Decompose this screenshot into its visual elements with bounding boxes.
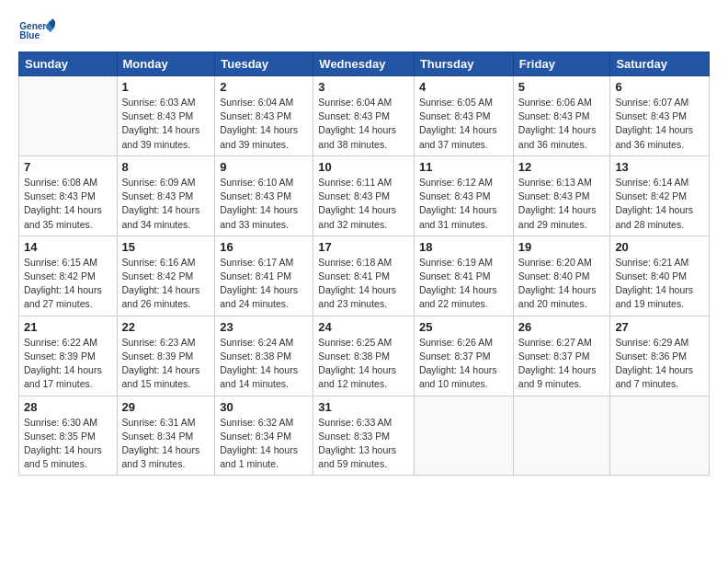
day-number: 24 xyxy=(318,320,409,334)
day-number: 31 xyxy=(318,400,409,414)
svg-text:Blue: Blue xyxy=(19,30,40,40)
calendar-cell: 7Sunrise: 6:08 AM Sunset: 8:43 PM Daylig… xyxy=(19,155,118,236)
day-info: Sunrise: 6:26 AM Sunset: 8:37 PM Dayligh… xyxy=(419,336,508,392)
day-info: Sunrise: 6:10 AM Sunset: 8:43 PM Dayligh… xyxy=(220,176,308,232)
day-info: Sunrise: 6:06 AM Sunset: 8:43 PM Dayligh… xyxy=(518,96,606,152)
calendar-header-tuesday: Tuesday xyxy=(215,52,313,76)
calendar-cell: 4Sunrise: 6:05 AM Sunset: 8:43 PM Daylig… xyxy=(414,76,513,156)
calendar-cell: 2Sunrise: 6:04 AM Sunset: 8:43 PM Daylig… xyxy=(215,76,313,156)
day-info: Sunrise: 6:23 AM Sunset: 8:39 PM Dayligh… xyxy=(122,336,210,392)
calendar-week-row: 7Sunrise: 6:08 AM Sunset: 8:43 PM Daylig… xyxy=(19,155,710,236)
calendar-cell: 18Sunrise: 6:19 AM Sunset: 8:41 PM Dayli… xyxy=(414,236,513,316)
day-info: Sunrise: 6:19 AM Sunset: 8:41 PM Dayligh… xyxy=(419,256,508,312)
calendar-cell: 22Sunrise: 6:23 AM Sunset: 8:39 PM Dayli… xyxy=(117,316,215,396)
day-info: Sunrise: 6:07 AM Sunset: 8:43 PM Dayligh… xyxy=(615,96,704,152)
day-info: Sunrise: 6:32 AM Sunset: 8:34 PM Dayligh… xyxy=(220,416,308,472)
day-info: Sunrise: 6:18 AM Sunset: 8:41 PM Dayligh… xyxy=(318,256,409,312)
day-number: 21 xyxy=(24,320,112,334)
day-number: 18 xyxy=(419,240,508,254)
calendar-cell: 1Sunrise: 6:03 AM Sunset: 8:43 PM Daylig… xyxy=(117,76,215,156)
day-info: Sunrise: 6:30 AM Sunset: 8:35 PM Dayligh… xyxy=(24,416,112,472)
calendar-header-friday: Friday xyxy=(513,52,610,76)
calendar-cell: 14Sunrise: 6:15 AM Sunset: 8:42 PM Dayli… xyxy=(19,236,118,316)
calendar-cell: 11Sunrise: 6:12 AM Sunset: 8:43 PM Dayli… xyxy=(414,155,513,236)
day-info: Sunrise: 6:17 AM Sunset: 8:41 PM Dayligh… xyxy=(220,256,308,312)
day-info: Sunrise: 6:21 AM Sunset: 8:40 PM Dayligh… xyxy=(615,256,704,312)
calendar-cell: 26Sunrise: 6:27 AM Sunset: 8:37 PM Dayli… xyxy=(513,316,610,396)
day-info: Sunrise: 6:04 AM Sunset: 8:43 PM Dayligh… xyxy=(318,96,409,152)
calendar-cell: 9Sunrise: 6:10 AM Sunset: 8:43 PM Daylig… xyxy=(215,155,313,236)
day-number: 5 xyxy=(518,80,606,94)
day-info: Sunrise: 6:05 AM Sunset: 8:43 PM Dayligh… xyxy=(419,96,508,152)
page: General Blue SundayMondayTuesdayWednesda… xyxy=(0,0,728,563)
logo-icon: General Blue xyxy=(18,17,55,42)
day-number: 25 xyxy=(419,320,508,334)
calendar-cell: 3Sunrise: 6:04 AM Sunset: 8:43 PM Daylig… xyxy=(313,76,415,156)
day-number: 2 xyxy=(220,80,308,94)
calendar-table: SundayMondayTuesdayWednesdayThursdayFrid… xyxy=(18,52,710,476)
day-info: Sunrise: 6:04 AM Sunset: 8:43 PM Dayligh… xyxy=(220,96,308,152)
day-number: 10 xyxy=(318,160,409,174)
day-number: 6 xyxy=(615,80,704,94)
day-number: 9 xyxy=(220,160,308,174)
day-info: Sunrise: 6:03 AM Sunset: 8:43 PM Dayligh… xyxy=(122,96,210,152)
calendar-cell: 21Sunrise: 6:22 AM Sunset: 8:39 PM Dayli… xyxy=(19,316,118,396)
calendar-header-sunday: Sunday xyxy=(19,52,118,76)
calendar-cell: 13Sunrise: 6:14 AM Sunset: 8:42 PM Dayli… xyxy=(610,155,710,236)
day-number: 16 xyxy=(220,240,308,254)
day-number: 17 xyxy=(318,240,409,254)
logo: General Blue xyxy=(18,17,55,44)
calendar-cell: 23Sunrise: 6:24 AM Sunset: 8:38 PM Dayli… xyxy=(215,316,313,396)
day-info: Sunrise: 6:29 AM Sunset: 8:36 PM Dayligh… xyxy=(615,336,704,392)
day-info: Sunrise: 6:31 AM Sunset: 8:34 PM Dayligh… xyxy=(122,416,210,472)
day-number: 23 xyxy=(220,320,308,334)
calendar-header-saturday: Saturday xyxy=(610,52,710,76)
calendar-cell xyxy=(414,396,513,476)
calendar-header-wednesday: Wednesday xyxy=(313,52,415,76)
calendar-cell xyxy=(19,76,118,156)
calendar-header-thursday: Thursday xyxy=(414,52,513,76)
day-number: 22 xyxy=(122,320,210,334)
calendar-cell: 20Sunrise: 6:21 AM Sunset: 8:40 PM Dayli… xyxy=(610,236,710,316)
calendar-cell: 8Sunrise: 6:09 AM Sunset: 8:43 PM Daylig… xyxy=(117,155,215,236)
calendar-cell: 31Sunrise: 6:33 AM Sunset: 8:33 PM Dayli… xyxy=(313,396,415,476)
day-number: 4 xyxy=(419,80,508,94)
calendar-cell: 17Sunrise: 6:18 AM Sunset: 8:41 PM Dayli… xyxy=(313,236,415,316)
calendar-cell: 15Sunrise: 6:16 AM Sunset: 8:42 PM Dayli… xyxy=(117,236,215,316)
day-info: Sunrise: 6:22 AM Sunset: 8:39 PM Dayligh… xyxy=(24,336,112,392)
calendar-cell: 5Sunrise: 6:06 AM Sunset: 8:43 PM Daylig… xyxy=(513,76,610,156)
calendar-header-row: SundayMondayTuesdayWednesdayThursdayFrid… xyxy=(19,52,710,76)
day-info: Sunrise: 6:16 AM Sunset: 8:42 PM Dayligh… xyxy=(122,256,210,312)
calendar-cell xyxy=(610,396,710,476)
day-number: 8 xyxy=(122,160,210,174)
day-number: 12 xyxy=(518,160,606,174)
day-number: 14 xyxy=(24,240,112,254)
day-info: Sunrise: 6:25 AM Sunset: 8:38 PM Dayligh… xyxy=(318,336,409,392)
calendar-cell: 12Sunrise: 6:13 AM Sunset: 8:43 PM Dayli… xyxy=(513,155,610,236)
day-number: 30 xyxy=(220,400,308,414)
calendar-cell: 10Sunrise: 6:11 AM Sunset: 8:43 PM Dayli… xyxy=(313,155,415,236)
day-info: Sunrise: 6:33 AM Sunset: 8:33 PM Dayligh… xyxy=(318,416,409,472)
day-number: 11 xyxy=(419,160,508,174)
calendar-cell: 28Sunrise: 6:30 AM Sunset: 8:35 PM Dayli… xyxy=(19,396,118,476)
day-info: Sunrise: 6:14 AM Sunset: 8:42 PM Dayligh… xyxy=(615,176,704,232)
calendar-cell: 30Sunrise: 6:32 AM Sunset: 8:34 PM Dayli… xyxy=(215,396,313,476)
day-info: Sunrise: 6:15 AM Sunset: 8:42 PM Dayligh… xyxy=(24,256,112,312)
calendar-week-row: 14Sunrise: 6:15 AM Sunset: 8:42 PM Dayli… xyxy=(19,236,710,316)
calendar-header-monday: Monday xyxy=(117,52,215,76)
day-number: 13 xyxy=(615,160,704,174)
header: General Blue xyxy=(18,17,710,44)
day-info: Sunrise: 6:08 AM Sunset: 8:43 PM Dayligh… xyxy=(24,176,112,232)
calendar-cell: 29Sunrise: 6:31 AM Sunset: 8:34 PM Dayli… xyxy=(117,396,215,476)
calendar-week-row: 1Sunrise: 6:03 AM Sunset: 8:43 PM Daylig… xyxy=(19,76,710,156)
day-info: Sunrise: 6:09 AM Sunset: 8:43 PM Dayligh… xyxy=(122,176,210,232)
calendar-week-row: 28Sunrise: 6:30 AM Sunset: 8:35 PM Dayli… xyxy=(19,396,710,476)
day-number: 1 xyxy=(122,80,210,94)
calendar-cell: 24Sunrise: 6:25 AM Sunset: 8:38 PM Dayli… xyxy=(313,316,415,396)
day-number: 3 xyxy=(318,80,409,94)
calendar-cell: 16Sunrise: 6:17 AM Sunset: 8:41 PM Dayli… xyxy=(215,236,313,316)
day-number: 7 xyxy=(24,160,112,174)
calendar-cell: 6Sunrise: 6:07 AM Sunset: 8:43 PM Daylig… xyxy=(610,76,710,156)
day-number: 26 xyxy=(518,320,606,334)
day-number: 28 xyxy=(24,400,112,414)
